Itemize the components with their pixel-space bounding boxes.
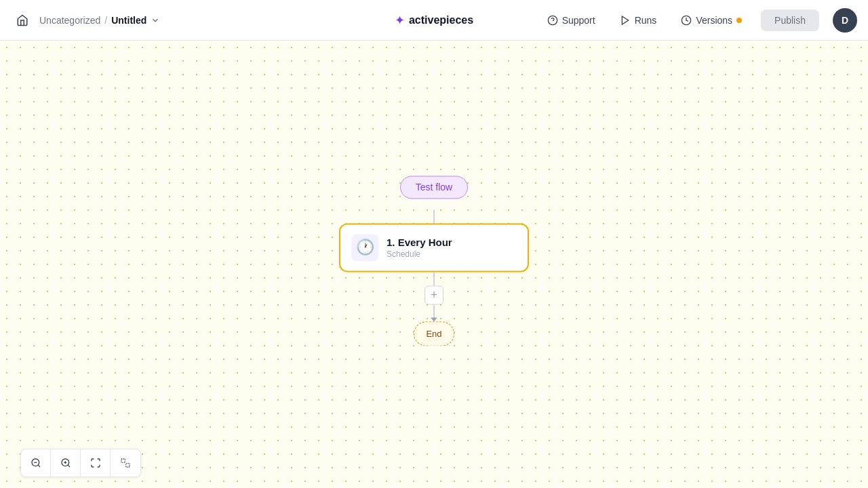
add-step-button[interactable]: + xyxy=(425,285,443,304)
versions-icon xyxy=(681,15,692,26)
header-center: ✦ activepieces xyxy=(395,13,473,28)
flow-container: Test flow 🕐 1. Every Hour Schedule + End xyxy=(339,176,529,346)
selection-icon xyxy=(120,458,131,468)
test-flow-button[interactable]: Test flow xyxy=(400,176,468,199)
svg-marker-2 xyxy=(622,16,628,24)
versions-label: Versions xyxy=(696,15,732,26)
runs-icon xyxy=(620,15,631,26)
svg-line-5 xyxy=(38,465,40,467)
step-title: 1. Every Hour xyxy=(387,237,452,248)
step-subtitle: Schedule xyxy=(387,249,452,259)
logo-text: activepieces xyxy=(409,14,473,26)
chevron-down-icon xyxy=(151,16,160,25)
header-left: Uncategorized / Untitled xyxy=(11,10,160,30)
support-button[interactable]: Support xyxy=(542,11,601,30)
breadcrumb-current: Untitled xyxy=(111,15,146,26)
home-icon xyxy=(16,14,28,26)
support-label: Support xyxy=(562,15,595,26)
step-card[interactable]: 🕐 1. Every Hour Schedule xyxy=(339,223,529,272)
versions-button[interactable]: Versions xyxy=(675,11,747,30)
svg-rect-11 xyxy=(121,459,125,462)
connector-mid-top xyxy=(433,272,435,285)
runs-button[interactable]: Runs xyxy=(614,11,663,30)
zoom-fit-icon xyxy=(90,458,101,468)
versions-dot xyxy=(736,18,742,23)
connector-top xyxy=(433,209,435,223)
zoom-select-button[interactable] xyxy=(111,449,140,476)
breadcrumb-dropdown[interactable] xyxy=(151,16,160,25)
logo-icon: ✦ xyxy=(395,13,405,28)
zoom-out-icon xyxy=(31,458,41,468)
plus-icon: + xyxy=(431,289,438,301)
publish-button[interactable]: Publish xyxy=(761,9,819,31)
svg-rect-12 xyxy=(126,464,130,467)
header: Uncategorized / Untitled ✦ activepieces … xyxy=(0,0,868,41)
runs-label: Runs xyxy=(635,15,657,26)
connector-mid-bottom xyxy=(433,304,435,318)
home-button[interactable] xyxy=(11,10,34,30)
zoom-in-icon xyxy=(60,458,71,468)
schedule-icon: 🕐 xyxy=(356,239,374,256)
header-right: Support Runs Versions Publish D xyxy=(542,8,857,33)
zoom-out-button[interactable] xyxy=(21,449,51,476)
avatar[interactable]: D xyxy=(833,8,857,33)
breadcrumb-parent[interactable]: Uncategorized xyxy=(39,15,100,26)
support-icon xyxy=(547,15,558,26)
zoom-fit-button[interactable] xyxy=(81,449,111,476)
canvas: Test flow 🕐 1. Every Hour Schedule + End xyxy=(0,41,868,488)
step-icon-container: 🕐 xyxy=(351,234,378,261)
zoom-in-button[interactable] xyxy=(51,449,81,476)
zoom-controls xyxy=(20,449,141,477)
end-node[interactable]: End xyxy=(414,321,454,346)
step-info: 1. Every Hour Schedule xyxy=(387,237,452,259)
svg-line-8 xyxy=(68,465,70,467)
breadcrumb-separator: / xyxy=(104,15,107,26)
breadcrumb: Uncategorized / Untitled xyxy=(39,15,160,26)
